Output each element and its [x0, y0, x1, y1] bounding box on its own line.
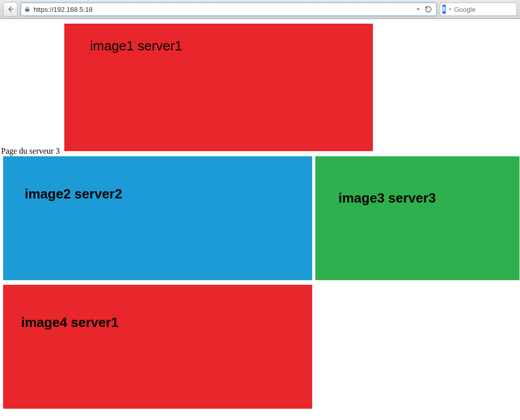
- chevron-down-icon[interactable]: [416, 7, 421, 12]
- back-button[interactable]: [3, 2, 17, 16]
- block-label: image4 server1: [21, 315, 118, 331]
- block-label: image3 server3: [338, 190, 436, 206]
- browser-toolbar: 8: [0, 0, 520, 19]
- lock-icon: [24, 6, 30, 12]
- reload-button[interactable]: [424, 5, 433, 14]
- reload-icon: [425, 6, 432, 13]
- image4-server1-block: image4 server1: [3, 285, 312, 409]
- search-engine-badge[interactable]: 8: [442, 5, 446, 14]
- address-bar[interactable]: [21, 3, 437, 16]
- block-label: image1 server1: [90, 38, 182, 54]
- svg-marker-1: [417, 8, 420, 10]
- url-input[interactable]: [33, 6, 413, 13]
- svg-marker-2: [449, 9, 451, 10]
- chevron-down-icon[interactable]: [448, 7, 452, 11]
- block-label: image2 server2: [25, 186, 122, 202]
- page-title: Page du serveur 3: [1, 147, 60, 156]
- search-box[interactable]: 8: [440, 3, 517, 16]
- arrow-left-icon: [7, 6, 14, 13]
- image1-server1-block: image1 server1: [64, 24, 373, 151]
- search-input[interactable]: [454, 6, 520, 13]
- image2-server2-block: image2 server2: [3, 156, 312, 280]
- image3-server3-block: image3 server3: [315, 156, 519, 280]
